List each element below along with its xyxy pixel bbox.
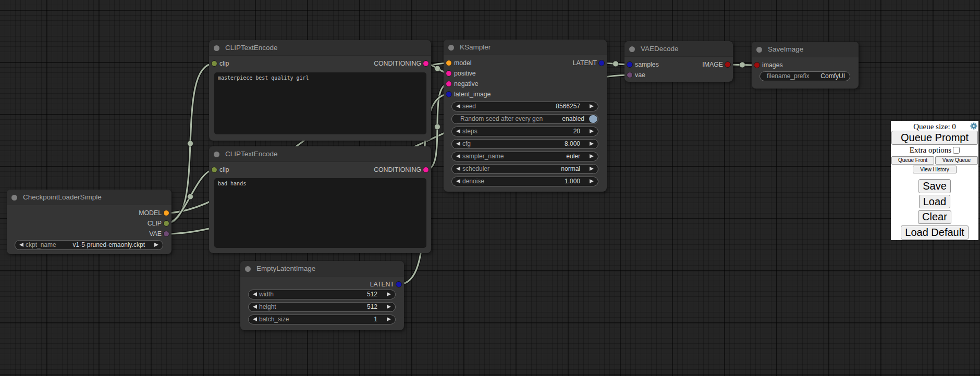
decrement-arrow-icon[interactable] xyxy=(253,292,257,296)
increment-arrow-icon[interactable] xyxy=(590,167,594,171)
widget-label: denoise xyxy=(462,177,484,186)
decrement-arrow-icon[interactable] xyxy=(456,167,460,171)
widget-value: euler xyxy=(566,152,580,161)
input-slot-positive[interactable] xyxy=(446,70,452,77)
input-slot-vae[interactable] xyxy=(627,72,633,78)
output-slot-LATENT[interactable] xyxy=(396,281,402,287)
output-slot-CONDITIONING[interactable] xyxy=(423,167,429,173)
decrement-arrow-icon[interactable] xyxy=(456,142,460,146)
widget-batch-size[interactable]: batch_size1 xyxy=(248,315,396,324)
node-vae-decode[interactable]: VAEDecodesamplesvaeIMAGE xyxy=(624,41,733,82)
widget-random-seed-after-every-gen[interactable]: Random seed after every genenabled xyxy=(451,114,598,124)
link-midpoint-dot[interactable] xyxy=(188,141,193,146)
widget-seed[interactable]: seed8566257 xyxy=(451,102,598,111)
node-title-bar[interactable]: CLIPTextEncode xyxy=(209,40,431,56)
widget-cfg[interactable]: cfg8.000 xyxy=(451,139,598,149)
output-slot-MODEL[interactable] xyxy=(163,210,169,216)
widget-value: 1 xyxy=(374,315,377,324)
widget-value: 512 xyxy=(367,290,377,299)
node-clip-text-encode-negative[interactable]: CLIPTextEncodeclipCONDITIONINGbad hands xyxy=(209,146,431,253)
widget-scheduler[interactable]: schedulernormal xyxy=(451,164,598,174)
load-button[interactable]: Load xyxy=(919,195,951,209)
clear-button[interactable]: Clear xyxy=(918,210,951,224)
extra-options-label: Extra options xyxy=(910,146,951,154)
widget-height[interactable]: height512 xyxy=(248,302,396,312)
prompt-textarea[interactable]: masterpiece best quality girl xyxy=(214,72,426,134)
node-graph-canvas[interactable]: CheckpointLoaderSimpleMODELCLIPVAEckpt_n… xyxy=(0,0,980,376)
link-midpoint-dot[interactable] xyxy=(435,66,440,71)
node-collapse-dot[interactable] xyxy=(214,152,219,157)
output-slot-LATENT[interactable] xyxy=(598,60,605,66)
output-slot-CONDITIONING[interactable] xyxy=(423,60,429,67)
toggle-on-indicator[interactable] xyxy=(589,115,597,123)
view-queue-button[interactable]: View Queue xyxy=(935,156,978,165)
node-collapse-dot[interactable] xyxy=(214,45,219,51)
node-collapse-dot[interactable] xyxy=(756,47,762,53)
load-default-button[interactable]: Load Default xyxy=(901,225,968,240)
prompt-textarea[interactable]: bad hands xyxy=(214,178,426,248)
widget-value: 8566257 xyxy=(556,102,580,111)
view-history-button[interactable]: View History xyxy=(913,166,957,174)
node-collapse-dot[interactable] xyxy=(629,46,635,52)
node-checkpoint-loader[interactable]: CheckpointLoaderSimpleMODELCLIPVAEckpt_n… xyxy=(7,190,172,254)
increment-arrow-icon[interactable] xyxy=(387,317,391,321)
widget-denoise[interactable]: denoise1.000 xyxy=(451,177,598,186)
queue-front-button[interactable]: Queue Front xyxy=(891,156,934,165)
decrement-arrow-icon[interactable] xyxy=(456,104,460,108)
widget-steps[interactable]: steps20 xyxy=(451,127,598,136)
widget-filename-prefix[interactable]: filename_prefixComfyUI xyxy=(760,71,850,81)
queue-size-label: Queue size: 0 xyxy=(913,122,956,131)
decrement-arrow-icon[interactable] xyxy=(253,317,257,321)
widget-label: batch_size xyxy=(259,315,289,324)
widget-sampler-name[interactable]: sampler_nameeuler xyxy=(451,152,598,161)
widget-label: height xyxy=(259,303,276,311)
output-slot-CLIP[interactable] xyxy=(163,220,169,227)
widget-width[interactable]: width512 xyxy=(248,290,396,299)
link-midpoint-dot[interactable] xyxy=(613,61,619,67)
output-slot-IMAGE[interactable] xyxy=(725,61,731,68)
increment-arrow-icon[interactable] xyxy=(590,129,594,133)
node-title-bar[interactable]: VAEDecode xyxy=(624,41,733,57)
link-midpoint-dot[interactable] xyxy=(435,124,440,130)
increment-arrow-icon[interactable] xyxy=(154,243,158,247)
input-slot-label: images xyxy=(762,60,783,70)
widget-ckpt-name[interactable]: ckpt_namev1-5-pruned-emaonly.ckpt xyxy=(15,240,163,250)
increment-arrow-icon[interactable] xyxy=(387,305,391,309)
input-slot-images[interactable] xyxy=(754,62,760,68)
node-empty-latent-image[interactable]: EmptyLatentImageLATENTwidth512height512b… xyxy=(240,261,404,330)
increment-arrow-icon[interactable] xyxy=(590,154,594,158)
input-slot-negative[interactable] xyxy=(446,81,452,87)
node-collapse-dot[interactable] xyxy=(245,266,251,272)
node-title-bar[interactable]: SaveImage xyxy=(752,42,859,57)
node-title-bar[interactable]: CLIPTextEncode xyxy=(209,146,431,162)
increment-arrow-icon[interactable] xyxy=(590,104,594,108)
increment-arrow-icon[interactable] xyxy=(590,142,594,146)
decrement-arrow-icon[interactable] xyxy=(253,305,257,309)
extra-options-checkbox[interactable] xyxy=(953,147,960,154)
node-collapse-dot[interactable] xyxy=(448,45,454,51)
widget-label: sampler_name xyxy=(462,152,504,161)
input-slot-label: latent_image xyxy=(454,89,491,99)
increment-arrow-icon[interactable] xyxy=(387,292,391,296)
output-slot-label: IMAGE xyxy=(702,59,723,70)
input-slot-latent_image[interactable] xyxy=(446,91,452,97)
queue-prompt-button[interactable]: Queue Prompt xyxy=(891,131,978,145)
save-button[interactable]: Save xyxy=(918,179,951,193)
decrement-arrow-icon[interactable] xyxy=(19,243,23,247)
widget-value: v1-5-pruned-emaonly.ckpt xyxy=(72,241,145,249)
node-title-bar[interactable]: KSampler xyxy=(444,40,607,55)
node-clip-text-encode-positive[interactable]: CLIPTextEncodeclipCONDITIONINGmasterpiec… xyxy=(209,40,431,141)
decrement-arrow-icon[interactable] xyxy=(456,154,460,158)
node-title-bar[interactable]: CheckpointLoaderSimple xyxy=(7,190,172,205)
node-ksampler[interactable]: KSamplermodelpositivenegativelatent_imag… xyxy=(444,40,607,192)
node-title-bar[interactable]: EmptyLatentImage xyxy=(240,261,404,277)
node-collapse-dot[interactable] xyxy=(11,195,17,200)
output-slot-VAE[interactable] xyxy=(163,231,169,237)
increment-arrow-icon[interactable] xyxy=(590,179,594,183)
link-midpoint-dot[interactable] xyxy=(188,194,193,199)
decrement-arrow-icon[interactable] xyxy=(456,129,460,133)
link-midpoint-dot[interactable] xyxy=(740,62,745,68)
settings-gear-icon[interactable] xyxy=(970,122,977,130)
node-save-image[interactable]: SaveImageimagesfilename_prefixComfyUI xyxy=(752,42,859,89)
decrement-arrow-icon[interactable] xyxy=(456,179,460,183)
